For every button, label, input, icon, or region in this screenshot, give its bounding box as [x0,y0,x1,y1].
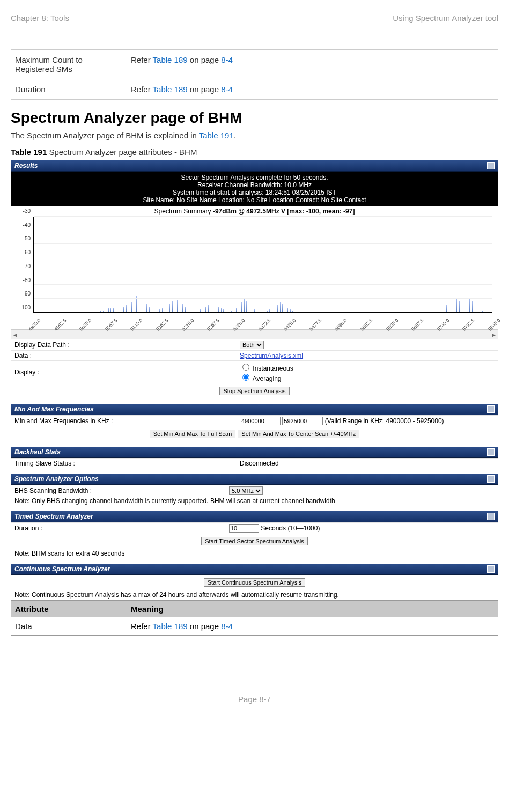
min-freq-input[interactable] [240,417,281,425]
timed-header: Timed Spectrum Analyzer [11,511,498,522]
attribute-table: AttributeMeaning Data Refer Table 189 on… [11,600,498,636]
intro-paragraph: The Spectrum Analyzer page of BHM is exp… [11,131,498,140]
backhaul-header: Backhaul Stats [11,447,498,458]
timed-note: Note: BHM scans for extra 40 seconds [11,549,498,558]
data-row: Data : SpectrumAnalysis.xml [11,350,498,360]
table-link[interactable]: Table 189 [153,85,188,94]
meaning-header: Meaning [127,601,498,618]
continuous-header: Continuous Spectrum Analyzer [11,564,498,575]
start-timed-button[interactable]: Start Timed Sector Spectrum Analysis [201,537,308,545]
table-link[interactable]: Table 191 [199,131,234,140]
status-block: Sector Spectrum Analysis complete for 50… [11,172,498,206]
continuous-note: Note: Continuous Spectrum Analysis has a… [11,590,498,600]
display-data-path-select[interactable]: Both [240,341,264,349]
attr-header: Attribute [11,601,127,618]
collapse-icon[interactable] [487,513,495,520]
options-note: Note: Only BHS changing channel bandwidt… [11,496,498,506]
spectrum-summary: Spectrum Summary -97dBm @ 4972.5MHz V [m… [11,206,498,217]
top-reference-table: Maximum Count to Registered SMs Refer Ta… [11,49,498,100]
table-caption: Table 191 Spectrum Analyzer page attribu… [11,147,498,157]
spectrum-chart: -30-40-50-60-70-80-90-100 4900.04952.550… [11,217,498,330]
full-scan-button[interactable]: Set Min And Max To Full Scan [150,430,236,438]
max-freq-input[interactable] [282,417,323,425]
page-footer: Page 8-7 [0,636,509,720]
bandwidth-select[interactable]: 5.0 MHz [229,486,263,495]
collapse-icon[interactable] [487,162,495,169]
instantaneous-radio[interactable] [242,364,249,371]
scroll-left-icon[interactable]: ◄ [12,332,18,338]
table-row: Duration Refer Table 189 on page 8-4 [11,79,498,100]
duration-input[interactable] [229,524,259,533]
center-scan-button[interactable]: Set Min And Max To Center Scan +/-40MHz [238,430,359,438]
stop-analysis-button[interactable]: Stop Spectrum Analysis [219,387,289,395]
collapse-icon[interactable] [487,565,495,573]
collapse-icon[interactable] [487,405,495,413]
section-heading: Spectrum Analyzer page of BHM [11,109,498,127]
page-link[interactable]: 8-4 [221,622,233,631]
collapse-icon[interactable] [487,475,495,483]
options-header: Spectrum Analyzer Options [11,474,498,485]
minmax-header: Min And Max Frequencies [11,404,498,415]
duration-row: Duration : Seconds (10—1000) [11,522,498,534]
display-row: Display : Instantaneous Averaging [11,360,498,383]
table-row: Data Refer Table 189 on page 8-4 [11,617,498,636]
meaning-cell: Refer Table 189 on page 8-4 [127,50,498,79]
page-link[interactable]: 8-4 [221,85,233,94]
table-link[interactable]: Table 189 [153,622,188,631]
minmax-row: Min and Max Frequencies in KHz : (Valid … [11,415,498,426]
screenshot-panel: Results Sector Spectrum Analysis complet… [11,160,498,600]
data-xml-link[interactable]: SpectrumAnalysis.xml [240,352,303,359]
averaging-radio[interactable] [242,374,249,381]
start-continuous-button[interactable]: Start Continuous Spectrum Analysis [204,578,305,587]
timing-slave-row: Timing Slave Status :Disconnected [11,458,498,468]
header-left: Chapter 8: Tools [11,13,69,23]
table-link[interactable]: Table 189 [153,55,188,64]
table-row: Maximum Count to Registered SMs Refer Ta… [11,50,498,79]
bandwidth-row: BHS Scanning Bandwidth : 5.0 MHz [11,485,498,496]
page-link[interactable]: 8-4 [221,55,233,64]
chart-scrollbar[interactable]: ◄► [11,330,498,339]
attr-cell: Duration [11,79,127,100]
header-right: Using Spectrum Analyzer tool [393,13,498,23]
scroll-right-icon[interactable]: ► [491,332,497,338]
results-header: Results [11,160,498,172]
display-data-path-row: Display Data Path : Both [11,339,498,350]
attr-cell: Maximum Count to Registered SMs [11,50,127,79]
collapse-icon[interactable] [487,448,495,456]
meaning-cell: Refer Table 189 on page 8-4 [127,79,498,100]
